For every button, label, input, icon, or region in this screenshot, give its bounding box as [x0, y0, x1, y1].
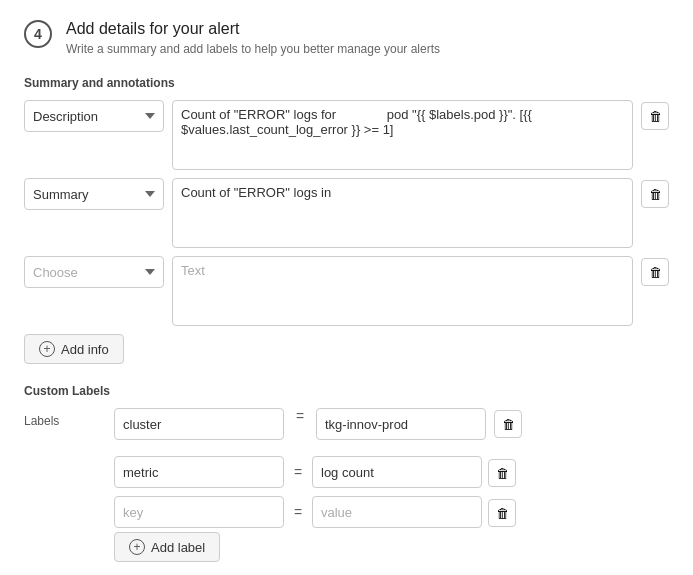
- labels-grid: Labels = 🗑 = 🗑 = 🗑: [24, 408, 669, 528]
- trash-icon: 🗑: [496, 506, 509, 521]
- annotation-type-select-2[interactable]: Choose Description Summary: [24, 256, 164, 288]
- annotation-row-choose: Choose Description Summary 🗑: [24, 256, 669, 326]
- label-key-input-0[interactable]: [114, 408, 284, 440]
- add-label-button[interactable]: + Add label: [114, 532, 220, 562]
- step-header: 4 Add details for your alert Write a sum…: [24, 20, 669, 56]
- circle-plus-icon: +: [39, 341, 55, 357]
- add-info-button[interactable]: + Add info: [24, 334, 124, 364]
- label-delete-button-0[interactable]: 🗑: [494, 410, 522, 438]
- label-key-input-1[interactable]: [114, 456, 284, 488]
- annotations-section-label: Summary and annotations: [24, 76, 669, 90]
- trash-icon: 🗑: [649, 265, 662, 280]
- label-row-1: = 🗑: [114, 456, 669, 488]
- label-delete-button-2[interactable]: 🗑: [488, 499, 516, 527]
- step-number: 4: [24, 20, 52, 48]
- label-delete-button-1[interactable]: 🗑: [488, 459, 516, 487]
- annotation-textarea-1[interactable]: Count of "ERROR" logs in: [172, 178, 633, 248]
- trash-icon: 🗑: [649, 187, 662, 202]
- annotation-textarea-0[interactable]: Count of "ERROR" logs for pod "{{ $label…: [172, 100, 633, 170]
- step-subtitle: Write a summary and add labels to help y…: [66, 42, 440, 56]
- equals-sign-1: =: [290, 464, 306, 480]
- custom-labels-section-label: Custom Labels: [24, 384, 669, 398]
- annotation-delete-button-0[interactable]: 🗑: [641, 102, 669, 130]
- equals-sign-2: =: [290, 504, 306, 520]
- label-value-input-0[interactable]: [316, 408, 486, 440]
- label-value-input-2[interactable]: [312, 496, 482, 528]
- labels-field-label: Labels: [24, 408, 106, 428]
- trash-icon: 🗑: [649, 109, 662, 124]
- trash-icon: 🗑: [502, 417, 515, 432]
- custom-labels-section: Custom Labels Labels = 🗑 = 🗑 =: [24, 384, 669, 562]
- step-info: Add details for your alert Write a summa…: [66, 20, 440, 56]
- annotation-delete-button-1[interactable]: 🗑: [641, 180, 669, 208]
- trash-icon: 🗑: [496, 466, 509, 481]
- circle-plus-icon-2: +: [129, 539, 145, 555]
- label-row-2: = 🗑: [114, 496, 669, 528]
- annotation-textarea-2[interactable]: [172, 256, 633, 326]
- annotation-type-select-0[interactable]: Description Summary: [24, 100, 164, 132]
- annotation-delete-button-2[interactable]: 🗑: [641, 258, 669, 286]
- label-key-input-2[interactable]: [114, 496, 284, 528]
- label-row-0: Labels = 🗑: [24, 408, 669, 440]
- add-info-label: Add info: [61, 342, 109, 357]
- annotation-row-summary: Summary Description Count of "ERROR" log…: [24, 178, 669, 248]
- add-label-label: Add label: [151, 540, 205, 555]
- annotation-row-description: Description Summary Count of "ERROR" log…: [24, 100, 669, 170]
- annotations-section: Summary and annotations Description Summ…: [24, 76, 669, 364]
- equals-sign-0: =: [292, 408, 308, 424]
- step-title: Add details for your alert: [66, 20, 440, 38]
- annotation-type-select-1[interactable]: Summary Description: [24, 178, 164, 210]
- label-value-input-1[interactable]: [312, 456, 482, 488]
